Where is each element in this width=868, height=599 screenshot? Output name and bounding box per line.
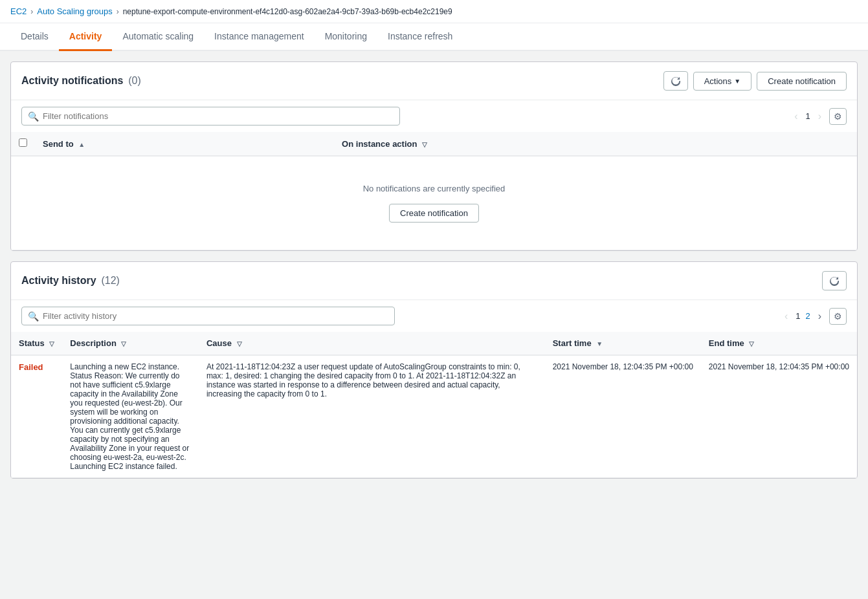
history-actions: [822, 271, 847, 290]
notifications-pagination: ‹ 1 › ⚙: [789, 108, 847, 125]
notifications-settings-button[interactable]: ⚙: [829, 108, 847, 125]
send-to-sort-icon: ▲: [78, 141, 85, 148]
history-filter-row: 🔍 ‹ 1 2 › ⚙: [11, 300, 857, 332]
notifications-prev-button[interactable]: ‹: [789, 108, 803, 125]
history-table: Status ▽ Description ▽ Cause ▽ Start tim…: [11, 332, 857, 478]
notifications-settings-icon: ⚙: [834, 111, 842, 122]
history-refresh-icon: [829, 276, 840, 286]
notifications-empty-create-label: Create notification: [400, 208, 468, 218]
cause-sort-icon: ▽: [237, 340, 242, 347]
history-row-start-time: 2021 November 18, 12:04:35 PM +00:00: [545, 355, 701, 478]
actions-button[interactable]: Actions ▼: [693, 72, 752, 91]
history-cause-col: Cause ▽: [199, 332, 545, 355]
history-count: (12): [101, 275, 119, 286]
actions-chevron-icon: ▼: [734, 78, 740, 85]
history-end-time-col: End time ▽: [701, 332, 857, 355]
breadcrumb-sep-1: ›: [30, 7, 33, 16]
main-content: Activity notifications (0) Actions ▼ Cre…: [0, 51, 868, 489]
history-title: Activity history: [21, 275, 96, 286]
description-sort-icon: ▽: [121, 340, 126, 347]
notifications-empty-message: No notifications are currently specified: [29, 184, 839, 193]
history-start-time-col: Start time ▼: [545, 332, 701, 355]
notifications-panel-header: Activity notifications (0) Actions ▼ Cre…: [11, 62, 857, 100]
notifications-search-icon: 🔍: [28, 111, 39, 122]
history-pagination: ‹ 1 2 › ⚙: [779, 308, 847, 325]
history-description-col: Description ▽: [62, 332, 199, 355]
breadcrumb-ec2[interactable]: EC2: [10, 6, 27, 16]
notifications-title: Activity notifications: [21, 75, 123, 86]
notifications-filter-row: 🔍 ‹ 1 › ⚙: [11, 100, 857, 132]
history-row-status: Failed: [11, 355, 62, 478]
history-refresh-button[interactable]: [822, 271, 847, 290]
history-page-num-1: 1: [796, 311, 800, 321]
tab-details[interactable]: Details: [10, 23, 59, 51]
status-badge: Failed: [19, 362, 43, 372]
status-sort-icon: ▽: [49, 340, 54, 347]
notifications-filter-wrap: 🔍: [21, 107, 400, 125]
create-notification-label: Create notification: [768, 76, 836, 86]
notifications-empty-state: No notifications are currently specified…: [19, 163, 849, 243]
breadcrumb-current: neptune-export-compute-environment-ef4c1…: [123, 7, 452, 16]
history-search-icon: 🔍: [28, 311, 39, 321]
notifications-empty-row: No notifications are currently specified…: [11, 156, 857, 250]
history-row-description: Launching a new EC2 instance. Status Rea…: [62, 355, 199, 478]
notifications-next-button[interactable]: ›: [813, 108, 827, 125]
action-sort-icon: ▽: [422, 141, 427, 148]
breadcrumb-auto-scaling[interactable]: Auto Scaling groups: [37, 6, 112, 16]
history-filter-input[interactable]: [21, 307, 395, 325]
breadcrumb-sep-2: ›: [117, 7, 119, 16]
notifications-select-all-checkbox[interactable]: [19, 138, 27, 147]
history-table-row: Failed Launching a new EC2 instance. Sta…: [11, 355, 857, 478]
history-row-end-time: 2021 November 18, 12:04:35 PM +00:00: [701, 355, 857, 478]
history-status-col: Status ▽: [11, 332, 62, 355]
tab-monitoring[interactable]: Monitoring: [315, 23, 377, 51]
breadcrumb: EC2 › Auto Scaling groups › neptune-expo…: [0, 0, 868, 23]
start-time-sort-icon: ▼: [596, 340, 603, 347]
history-row-cause: At 2021-11-18T12:04:23Z a user request u…: [199, 355, 545, 478]
tabs-bar: Details Activity Automatic scaling Insta…: [0, 23, 868, 51]
refresh-icon: [671, 76, 681, 86]
notifications-action-col: On instance action ▽: [334, 132, 857, 156]
notifications-panel: Activity notifications (0) Actions ▼ Cre…: [10, 61, 858, 251]
history-page-num-2[interactable]: 2: [805, 311, 810, 321]
notifications-empty-create-button[interactable]: Create notification: [389, 204, 479, 223]
notifications-select-all-col: [11, 132, 35, 156]
history-next-button[interactable]: ›: [813, 308, 827, 325]
notifications-refresh-button[interactable]: [663, 71, 688, 91]
history-settings-icon: ⚙: [834, 311, 842, 321]
history-title-wrap: Activity history (12): [21, 275, 120, 287]
notifications-page-num: 1: [805, 111, 810, 121]
notifications-table: Send to ▲ On instance action ▽ No notifi…: [11, 132, 857, 250]
history-prev-button[interactable]: ‹: [779, 308, 793, 325]
notifications-count: (0): [128, 75, 141, 86]
notifications-table-wrap: Send to ▲ On instance action ▽ No notifi…: [11, 132, 857, 250]
tab-instance-management[interactable]: Instance management: [204, 23, 315, 51]
history-table-wrap: Status ▽ Description ▽ Cause ▽ Start tim…: [11, 332, 857, 478]
history-settings-button[interactable]: ⚙: [829, 308, 847, 325]
notifications-title-wrap: Activity notifications (0): [21, 75, 141, 87]
end-time-sort-icon: ▽: [749, 340, 754, 347]
history-panel: Activity history (12) 🔍 ‹ 1 2: [10, 261, 858, 479]
create-notification-button[interactable]: Create notification: [757, 72, 847, 91]
notifications-filter-input[interactable]: [21, 107, 400, 125]
actions-label: Actions: [704, 76, 732, 86]
history-panel-header: Activity history (12): [11, 262, 857, 300]
tab-instance-refresh[interactable]: Instance refresh: [377, 23, 463, 51]
history-filter-wrap: 🔍: [21, 307, 395, 325]
tab-automatic-scaling[interactable]: Automatic scaling: [112, 23, 204, 51]
tab-activity[interactable]: Activity: [59, 23, 113, 51]
notifications-actions: Actions ▼ Create notification: [663, 71, 847, 91]
notifications-send-to-col: Send to ▲: [35, 132, 334, 156]
